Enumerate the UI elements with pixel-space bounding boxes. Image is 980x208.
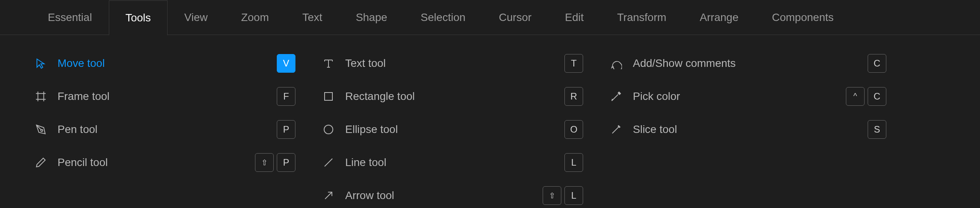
key-badge: T (564, 54, 583, 73)
tab-tools[interactable]: Tools (109, 0, 168, 35)
key-badge: C (868, 54, 886, 73)
shortcut-label: Rectangle tool (345, 90, 564, 103)
shortcut-label: Pen tool (58, 123, 277, 136)
key-badge: R (564, 87, 583, 106)
key-badge: P (277, 120, 295, 139)
tab-bar: Essential Tools View Zoom Text Shape Sel… (0, 0, 980, 35)
shortcut-pick-color[interactable]: Pick color ^ C (606, 80, 886, 113)
key-badge: S (868, 120, 886, 139)
shortcut-arrow-tool[interactable]: Arrow tool ⇧ L (319, 179, 583, 208)
tab-essential[interactable]: Essential (31, 0, 109, 35)
shortcut-label: Text tool (345, 57, 564, 70)
key-badge: ⇧ (255, 153, 274, 172)
move-icon (31, 58, 51, 69)
shortcuts-panel: Move tool V Frame tool F Pen tool (0, 35, 980, 208)
svg-rect-11 (325, 93, 332, 100)
shortcut-ellipse-tool[interactable]: Ellipse tool O (319, 113, 583, 146)
svg-line-14 (325, 192, 332, 199)
key-badge: C (868, 87, 886, 106)
svg-line-15 (613, 94, 618, 100)
tab-selection[interactable]: Selection (404, 0, 482, 35)
slice-icon (606, 124, 626, 135)
tab-arrange[interactable]: Arrange (683, 0, 755, 35)
shortcut-pen-tool[interactable]: Pen tool P (31, 113, 295, 146)
shortcut-label: Pick color (633, 90, 846, 103)
shortcut-label: Move tool (58, 57, 277, 70)
arrow-icon (319, 190, 338, 201)
shortcut-rectangle-tool[interactable]: Rectangle tool R (319, 80, 583, 113)
text-icon (319, 58, 338, 69)
key-badge: V (277, 54, 295, 73)
tab-text[interactable]: Text (286, 0, 339, 35)
svg-point-12 (324, 125, 333, 134)
svg-point-5 (41, 129, 43, 131)
shortcut-label: Frame tool (58, 90, 277, 103)
shortcut-label: Line tool (345, 156, 564, 169)
shortcut-comments[interactable]: Add/Show comments C (606, 47, 886, 80)
shortcut-slice-tool[interactable]: Slice tool S (606, 113, 886, 146)
ellipse-icon (319, 124, 338, 135)
frame-icon (31, 91, 51, 102)
shortcut-label: Ellipse tool (345, 123, 564, 136)
shortcut-pencil-tool[interactable]: Pencil tool ⇧ P (31, 146, 295, 179)
pen-icon (31, 124, 51, 135)
key-badge: ^ (846, 87, 865, 106)
key-badge: L (564, 186, 583, 205)
tab-cursor[interactable]: Cursor (482, 0, 548, 35)
shortcut-label: Add/Show comments (633, 57, 868, 70)
tab-view[interactable]: View (168, 0, 224, 35)
line-icon (319, 157, 338, 168)
shortcut-text-tool[interactable]: Text tool T (319, 47, 583, 80)
shortcut-frame-tool[interactable]: Frame tool F (31, 80, 295, 113)
key-badge: F (277, 87, 295, 106)
pencil-icon (31, 157, 51, 168)
tab-components[interactable]: Components (755, 0, 851, 35)
shortcut-line-tool[interactable]: Line tool L (319, 146, 583, 179)
shortcut-label: Pencil tool (58, 156, 255, 169)
key-badge: ⇧ (543, 186, 561, 205)
comment-icon (606, 58, 626, 69)
key-badge: L (564, 153, 583, 172)
eyedropper-icon (606, 91, 626, 102)
shortcut-label: Arrow tool (345, 189, 543, 202)
tab-zoom[interactable]: Zoom (224, 0, 286, 35)
key-badge: O (564, 120, 583, 139)
tab-edit[interactable]: Edit (548, 0, 600, 35)
svg-line-13 (325, 159, 332, 166)
shortcut-move-tool[interactable]: Move tool V (31, 47, 295, 80)
tab-shape[interactable]: Shape (339, 0, 404, 35)
rectangle-icon (319, 91, 338, 102)
shortcut-label: Slice tool (633, 123, 868, 136)
tab-transform[interactable]: Transform (601, 0, 683, 35)
key-badge: P (277, 153, 295, 172)
